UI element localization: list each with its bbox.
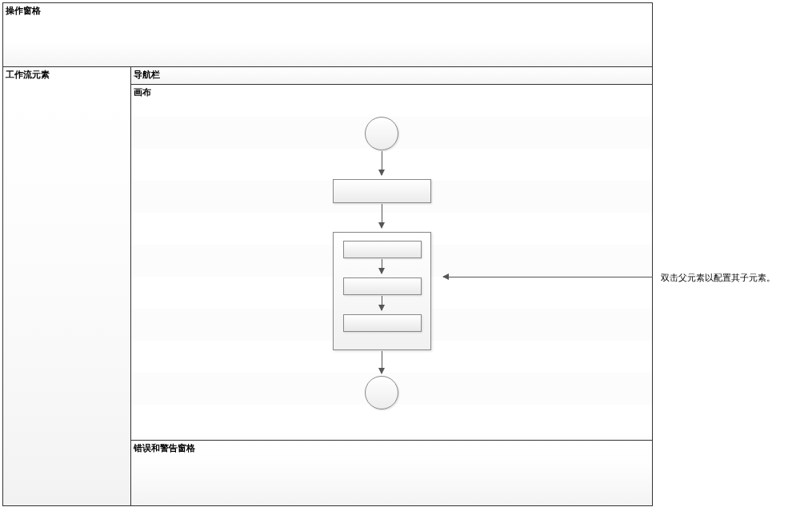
flow-arrow <box>382 204 382 228</box>
workflow-elements-pane: 工作流元素 <box>3 67 131 505</box>
actions-pane: 操作窗格 <box>3 3 652 67</box>
child-element[interactable] <box>343 241 422 258</box>
errors-warnings-label: 错误和警告窗格 <box>134 442 195 454</box>
workflow-elements-label: 工作流元素 <box>6 69 50 81</box>
canvas-label: 画布 <box>134 86 151 98</box>
flowchart <box>131 85 652 440</box>
step-node[interactable] <box>333 179 431 203</box>
navigation-bar-label: 导航栏 <box>134 69 160 81</box>
errors-warnings-pane: 错误和警告窗格 <box>131 440 652 505</box>
parent-element-group[interactable] <box>333 232 431 350</box>
right-column: 导航栏 画布 <box>131 67 652 505</box>
child-element[interactable] <box>343 314 422 332</box>
canvas-pane[interactable]: 画布 <box>131 85 652 440</box>
flow-arrow <box>382 151 382 175</box>
actions-pane-label: 操作窗格 <box>6 5 41 17</box>
callout-text: 双击父元素以配置其子元素。 <box>661 272 775 284</box>
workflow-designer-layout: 操作窗格 工作流元素 导航栏 画布 <box>2 2 653 506</box>
start-node[interactable] <box>365 117 398 150</box>
navigation-bar: 导航栏 <box>131 67 652 85</box>
flow-arrow <box>382 351 382 373</box>
child-element[interactable] <box>343 277 422 295</box>
flow-arrow <box>382 259 382 273</box>
flow-arrow <box>382 296 382 310</box>
lower-area: 工作流元素 导航栏 画布 <box>3 67 652 505</box>
end-node[interactable] <box>365 376 398 409</box>
